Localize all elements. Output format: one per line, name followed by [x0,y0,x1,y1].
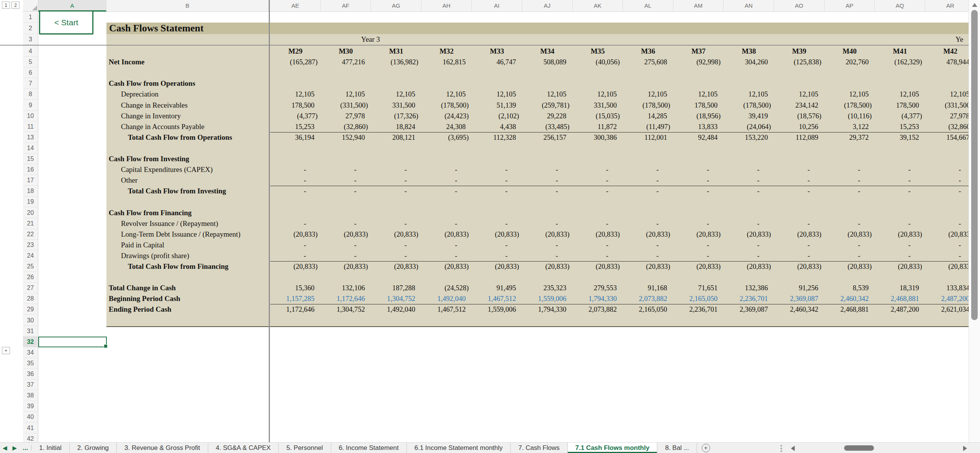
value-cell[interactable]: (20,833) [472,229,522,240]
month-header-cell[interactable]: M29 [270,46,321,57]
value-cell[interactable]: (20,833) [270,229,321,240]
value-cell[interactable]: 12,105 [472,89,522,100]
value-cell[interactable]: 46,747 [472,57,522,67]
value-cell[interactable]: 91,168 [623,283,673,293]
row-header-29[interactable]: 29 [23,304,38,315]
tab-6-income-statement[interactable]: 6. Income Statement [331,443,407,453]
tab-overflow-ellipsis[interactable]: ... [20,443,31,453]
value-cell[interactable]: - [875,218,925,229]
column-header-AJ[interactable]: AJ [522,0,573,11]
value-cell[interactable]: - [724,240,774,250]
tab-scroll-left-icon[interactable]: ◀ [0,443,10,453]
value-cell[interactable]: 2,487,200 [925,293,969,304]
value-cell[interactable]: 234,142 [774,100,825,111]
vertical-scrollbar-thumb[interactable] [971,10,978,320]
value-cell[interactable]: (15,035) [573,111,623,121]
value-cell[interactable]: - [522,175,573,186]
value-cell[interactable]: - [321,250,371,261]
value-cell[interactable]: 24,308 [421,121,472,132]
value-cell[interactable]: 12,105 [573,89,623,100]
column-header-A[interactable]: A [38,0,106,11]
row-header-41[interactable]: 41 [23,423,38,433]
value-cell[interactable]: 2,369,087 [774,293,825,304]
value-cell[interactable]: 508,089 [522,57,573,67]
value-cell[interactable]: - [573,250,623,261]
column-header-AM[interactable]: AM [673,0,724,11]
value-cell[interactable]: 10,256 [774,121,825,132]
value-cell[interactable]: 208,121 [371,132,421,143]
value-cell[interactable]: 1,492,040 [421,293,472,304]
tab-1-initial[interactable]: 1. Initial [31,443,70,453]
next-year-header-cell[interactable]: Ye [956,34,969,45]
value-cell[interactable]: 12,105 [673,89,724,100]
row-label[interactable]: Change in Receivables [106,100,269,111]
value-cell[interactable]: 178,500 [270,100,321,111]
value-cell[interactable]: (178,500) [623,100,673,111]
column-header-AK[interactable]: AK [573,0,623,11]
value-cell[interactable]: 2,468,881 [825,304,875,315]
value-cell[interactable]: 39,419 [724,111,774,121]
row-header-11[interactable]: 11 [23,121,38,132]
value-cell[interactable]: - [421,218,472,229]
value-cell[interactable]: (20,833) [472,262,522,272]
value-cell[interactable]: (24,528) [421,283,472,293]
row-header-42[interactable]: 42 [23,433,38,442]
value-cell[interactable]: 27,978 [925,111,969,121]
row-label[interactable]: Capital Expenditures (CAPEX) [106,164,269,175]
value-cell[interactable]: 154,667 [925,132,969,143]
value-cell[interactable]: - [371,240,421,250]
tab-scroll-right-icon[interactable]: ▶ [10,443,20,453]
value-cell[interactable]: - [522,250,573,261]
value-cell[interactable]: (24,423) [421,111,472,121]
tab-6-1-income-statement-monthly[interactable]: 6.1 Income Statement monthly [407,443,511,453]
value-cell[interactable]: - [724,250,774,261]
select-all-button[interactable] [23,0,38,11]
column-header-AH[interactable]: AH [421,0,472,11]
value-cell[interactable]: 2,468,881 [875,293,925,304]
row-header-19[interactable]: 19 [23,196,38,207]
value-cell[interactable]: 51,139 [472,100,522,111]
value-cell[interactable]: - [623,175,673,186]
column-header-AF[interactable]: AF [321,0,371,11]
value-cell[interactable]: 300,386 [573,132,623,143]
row-label[interactable]: Drawings (profit share) [106,250,269,261]
month-header-cell[interactable]: M31 [371,46,421,57]
value-cell[interactable]: - [472,218,522,229]
value-cell[interactable]: 2,621,034 [925,304,969,315]
value-cell[interactable]: 27,978 [321,111,371,121]
value-cell[interactable]: 112,001 [623,132,673,143]
selected-cell-outline[interactable] [38,337,107,347]
row-label[interactable]: Net Income [106,57,269,67]
tab-3-revenue-gross-profit[interactable]: 3. Revenue & Gross Profit [117,443,208,453]
value-cell[interactable]: - [522,218,573,229]
value-cell[interactable]: 12,105 [321,89,371,100]
column-header-AP[interactable]: AP [825,0,875,11]
value-cell[interactable]: 2,369,087 [724,304,774,315]
column-header-AG[interactable]: AG [371,0,421,11]
month-header-cell[interactable]: M32 [421,46,472,57]
row-header-35[interactable]: 35 [23,358,38,369]
value-cell[interactable]: 304,260 [724,57,774,67]
value-cell[interactable]: 331,500 [371,100,421,111]
value-cell[interactable]: 92,484 [673,132,724,143]
value-cell[interactable]: - [724,164,774,175]
column-header-B[interactable]: B [106,0,269,11]
value-cell[interactable]: 162,815 [421,57,472,67]
row-label[interactable]: Cash Flow from Financing [106,208,269,218]
value-cell[interactable]: 1,492,040 [371,304,421,315]
row-header-8[interactable]: 8 [23,89,38,100]
value-cell[interactable]: 39,152 [875,132,925,143]
value-cell[interactable]: 152,940 [321,132,371,143]
value-cell[interactable]: - [774,186,825,196]
value-cell[interactable]: 11,872 [573,121,623,132]
value-cell[interactable]: (20,833) [522,229,573,240]
value-cell[interactable]: 1,172,646 [321,293,371,304]
value-cell[interactable]: (20,833) [421,262,472,272]
column-header-AN[interactable]: AN [724,0,774,11]
fill-handle[interactable] [104,344,108,348]
value-cell[interactable]: (17,326) [371,111,421,121]
value-cell[interactable]: - [825,218,875,229]
value-cell[interactable]: 15,360 [270,283,321,293]
row-header-26[interactable]: 26 [23,272,38,283]
value-cell[interactable]: (4,377) [875,111,925,121]
